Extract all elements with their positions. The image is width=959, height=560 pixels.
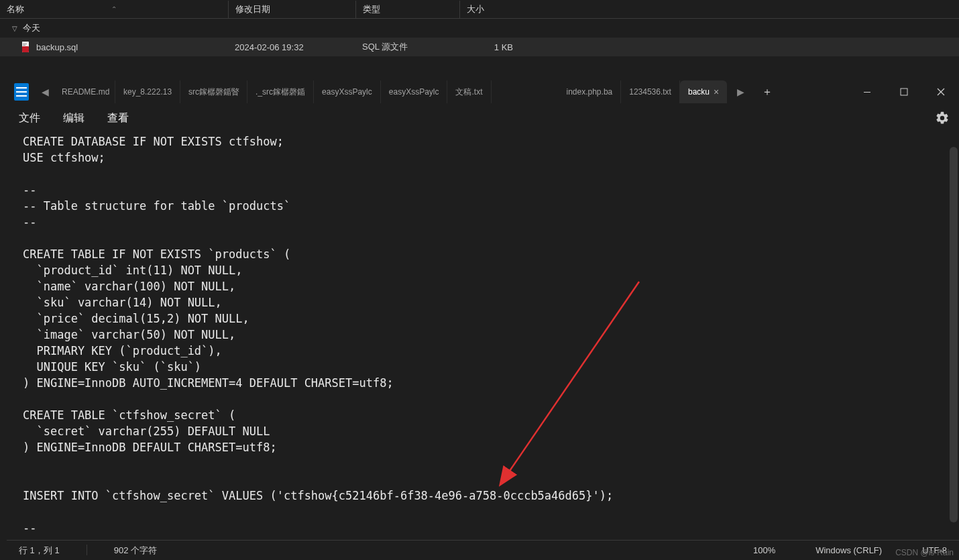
group-label: 今天 [23,22,40,34]
tab[interactable]: ._src鎵樼磬鍎 [247,80,314,103]
tab[interactable]: README.md [54,80,115,103]
chevron-down-icon: ▽ [12,25,17,32]
tab[interactable]: easyXssPaylc [314,80,381,103]
tab-label: easyXssPaylc [389,87,439,97]
svg-rect-5 [901,89,907,95]
file-group-header[interactable]: ▽ 今天 [0,19,959,38]
watermark: CSDN @is-Rain [895,548,954,557]
status-line-ending[interactable]: Windows (CRLF) [815,545,882,555]
editor-window: ◀ README.mdkey_8.222.13src鎵樼磬鍎睯._src鎵樼磬鍎… [7,77,959,560]
status-zoom[interactable]: 100% [753,545,775,555]
tab-label: 1234536.txt [629,87,671,97]
menu-file[interactable]: 文件 [19,111,40,125]
window-controls [838,77,959,107]
minimize-button[interactable] [848,77,885,107]
title-bar: ◀ README.mdkey_8.222.13src鎵樼磬鍎睯._src鎵樼磬鍎… [7,77,959,107]
sql-file-icon [20,42,31,52]
app-icon[interactable] [7,77,36,107]
tab-label: easyXssPaylc [322,87,372,97]
tab-label: 文稿.txt [455,87,482,98]
column-name-label: 名称 [7,3,24,15]
tab-label: ._src鎵樼磬鍎 [256,87,305,98]
editor-content[interactable]: CREATE DATABASE IF NOT EXISTS ctfshow; U… [7,129,959,540]
svg-rect-4 [864,92,870,93]
tab-label: index.php.ba [567,87,613,97]
close-icon[interactable]: × [714,87,719,97]
explorer-column-header: 名称⌃ 修改日期 类型 大小 [0,0,959,19]
tab[interactable]: index.php.ba [559,80,622,103]
tab-label: src鎵樼磬鍎睯 [188,87,239,98]
maximize-button[interactable] [885,77,922,107]
svg-rect-3 [23,45,25,46]
tab-nav-left[interactable]: ◀ [36,87,54,97]
file-type: SQL 源文件 [355,41,459,53]
menu-bar: 文件 编辑 查看 [7,107,959,129]
file-size: 1 KB [459,42,520,52]
tab[interactable]: src鎵樼磬鍎睯 [180,80,247,103]
column-type[interactable]: 类型 [355,1,459,18]
tab-nav-right[interactable]: ▶ [727,87,754,97]
new-tab-button[interactable]: ＋ [754,85,781,99]
tab[interactable]: 文稿.txt [447,80,491,103]
status-bar: 行 1，列 1 902 个字符 100% Windows (CRLF) UTF-… [7,540,959,560]
tab[interactable]: key_8.222.13 [115,80,180,103]
menu-view[interactable]: 查看 [107,111,129,125]
close-button[interactable] [922,77,959,107]
svg-rect-2 [23,44,27,44]
status-separator [87,545,87,555]
file-date: 2024-02-06 19:32 [228,42,355,52]
tab[interactable]: easyXssPaylc [381,80,448,103]
file-row[interactable]: backup.sql 2024-02-06 19:32 SQL 源文件 1 KB [0,38,959,56]
tab-label: key_8.222.13 [123,87,172,97]
status-position: 行 1，列 1 [19,545,60,557]
sort-indicator: ⌃ [111,5,117,13]
notepad-icon [14,83,29,101]
tab-label: backu [688,87,710,97]
column-name[interactable]: 名称⌃ [0,1,228,18]
tab-label: README.md [62,87,109,97]
column-size[interactable]: 大小 [459,1,520,18]
settings-icon[interactable] [935,111,950,125]
tabs-area: ◀ README.mdkey_8.222.13src鎵樼磬鍎睯._src鎵樼磬鍎… [36,77,838,107]
vertical-scrollbar[interactable] [950,147,958,522]
tab-active[interactable]: backu× [680,80,727,103]
svg-rect-1 [22,46,29,52]
column-date[interactable]: 修改日期 [228,1,355,18]
status-char-count: 902 个字符 [114,545,157,557]
tab[interactable]: 1234536.txt [621,80,680,103]
menu-edit[interactable]: 编辑 [63,111,84,125]
file-name: backup.sql [36,42,78,52]
